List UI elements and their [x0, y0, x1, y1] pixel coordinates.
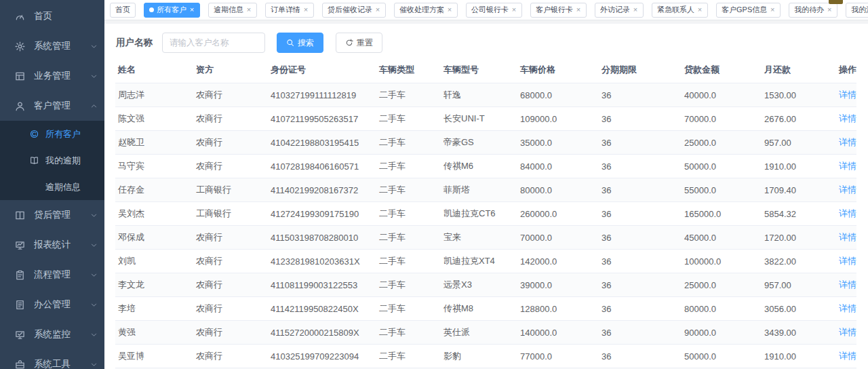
tab[interactable]: 首页 [110, 3, 136, 18]
sidebar-item[interactable]: 客户管理 [0, 91, 104, 121]
cell-loan-amount: 55000.0 [682, 178, 762, 202]
cell-vehicle-type: 二手车 [376, 178, 441, 202]
cell-vehicle-price: 142000.0 [517, 250, 599, 273]
menu-icon [15, 101, 25, 111]
search-label: 用户名称 [116, 37, 153, 49]
tab-label: 外访记录 [600, 5, 630, 15]
sidebar-item-label: 首页 [34, 10, 90, 22]
cell-vehicle-type: 二手车 [376, 250, 441, 273]
cell-loan-amount: 90000.0 [682, 321, 762, 345]
detail-link[interactable]: 详情 [839, 327, 856, 337]
close-icon[interactable]: × [827, 6, 832, 14]
detail-link[interactable]: 详情 [839, 232, 856, 242]
menu-icon [30, 130, 39, 138]
detail-link[interactable]: 详情 [839, 351, 856, 361]
sidebar-item[interactable]: 系统监控 [0, 319, 104, 349]
customer-table: 姓名 资方 身份证号 车辆类型 车辆型号 车辆价格 分期期限 [115, 61, 856, 369]
detail-link[interactable]: 详情 [839, 90, 856, 100]
tab[interactable]: 我的待办 × [789, 3, 837, 18]
column-header: 身份证号 [268, 61, 376, 83]
tab[interactable]: 所有客户 × [144, 3, 200, 18]
cell-monthly-payment: 1530.00 [762, 83, 836, 107]
cell-loan-amount: 25000.0 [682, 131, 762, 155]
tab[interactable]: 外访记录 × [595, 3, 644, 18]
close-icon[interactable]: × [576, 6, 581, 14]
sidebar-item[interactable]: 所有客户 [0, 121, 104, 147]
reset-button[interactable]: 重置 [336, 33, 382, 53]
cell-loan-amount: 70000.0 [682, 107, 762, 131]
sidebar-item[interactable]: 系统工具 [0, 349, 104, 369]
tab-label: 催收处理方案 [399, 5, 444, 15]
cell-periods: 36 [599, 250, 682, 273]
chevron-down-icon [90, 102, 98, 110]
close-icon[interactable]: × [246, 6, 252, 14]
search-icon [286, 39, 294, 47]
detail-link[interactable]: 详情 [839, 113, 856, 123]
column-header: 车辆型号 [441, 61, 517, 83]
cell-periods: 36 [599, 155, 682, 178]
search-button-label: 搜索 [298, 37, 314, 49]
detail-link[interactable]: 详情 [839, 208, 856, 218]
sidebar-item[interactable]: 流程管理 [0, 260, 104, 290]
table-row: 李文龙 农商行 411081199003122553 二手车 远景X3 3900… [115, 273, 856, 297]
close-icon[interactable]: × [770, 6, 775, 14]
detail-link[interactable]: 详情 [839, 256, 856, 266]
tab-label: 客户银行卡 [536, 5, 573, 15]
close-icon[interactable]: × [303, 6, 309, 14]
tab[interactable]: 订单详情 × [265, 3, 314, 18]
table-row: 赵晓卫 农商行 410422198803195415 二手车 帝豪GS 3500… [115, 131, 856, 155]
menu-icon [15, 12, 25, 22]
tab[interactable]: 催收处理方案 × [394, 3, 458, 18]
sidebar-item[interactable]: 系统管理 [0, 31, 104, 61]
sidebar-item[interactable]: 报表统计 [0, 230, 104, 260]
cell-loan-amount: 100000.0 [682, 250, 762, 273]
sidebar-item-label: 流程管理 [34, 269, 90, 281]
top-right-artifact [829, 0, 843, 4]
cell-name: 任存金 [115, 178, 193, 202]
close-icon[interactable]: × [447, 6, 452, 14]
sidebar-item[interactable]: 业务管理 [0, 61, 104, 91]
sidebar-item[interactable]: 逾期信息 [0, 174, 104, 200]
sidebar-item[interactable]: 贷后管理 [0, 200, 104, 230]
tab[interactable]: 客户GPS信息 × [716, 3, 781, 18]
tab[interactable]: 客户银行卡 × [530, 3, 587, 18]
tab[interactable]: 紧急联系人 × [652, 3, 708, 18]
main-area: 首页 所有客户 × 逾期信息 × 订单详情 [104, 0, 868, 369]
cell-id-number: 41232819810203631X [268, 250, 376, 273]
cell-loan-amount: 25000.0 [682, 273, 762, 297]
sidebar-item[interactable]: 我的逾期 [0, 147, 104, 174]
tab[interactable]: 公司银行卡 × [466, 3, 522, 18]
cell-id-number: 410327199111112819 [268, 83, 376, 107]
cell-monthly-payment: 2676.00 [762, 107, 836, 131]
cell-name: 李培 [115, 297, 193, 321]
close-icon[interactable]: × [375, 6, 380, 14]
detail-link[interactable]: 详情 [839, 303, 856, 313]
close-icon[interactable]: × [189, 6, 195, 14]
search-input[interactable] [162, 33, 265, 53]
close-icon[interactable]: × [633, 6, 638, 14]
cell-monthly-payment: 957.00 [762, 131, 836, 155]
close-icon[interactable]: × [697, 6, 703, 14]
tab[interactable]: 我的流程 × [846, 3, 868, 18]
sidebar-item-label: 系统管理 [34, 40, 90, 52]
table-row: 马守宾 农商行 410728198406160571 二手车 传祺M6 8400… [115, 155, 856, 178]
cell-funder: 农商行 [193, 107, 268, 131]
cell-id-number: 410721199505263517 [268, 107, 376, 131]
sidebar-item[interactable]: 办公管理 [0, 290, 104, 319]
tab[interactable]: 逾期信息 × [208, 3, 257, 18]
detail-link[interactable]: 详情 [839, 137, 856, 147]
cell-funder: 农商行 [193, 250, 268, 273]
sidebar-item[interactable]: 首页 [0, 1, 104, 31]
cell-vehicle-price: 70000.0 [517, 226, 599, 250]
cell-vehicle-type: 二手车 [376, 107, 441, 131]
close-icon[interactable]: × [511, 6, 517, 14]
search-button[interactable]: 搜索 [277, 33, 323, 53]
cell-periods: 36 [599, 345, 682, 368]
column-header: 贷款金额 [682, 61, 762, 83]
detail-link[interactable]: 详情 [839, 184, 856, 195]
column-header: 车辆价格 [517, 61, 599, 83]
detail-link[interactable]: 详情 [839, 161, 856, 171]
detail-link[interactable]: 详情 [839, 279, 856, 290]
cell-vehicle-model: 传祺M6 [441, 155, 517, 178]
tab[interactable]: 贷后催收记录 × [322, 3, 386, 18]
